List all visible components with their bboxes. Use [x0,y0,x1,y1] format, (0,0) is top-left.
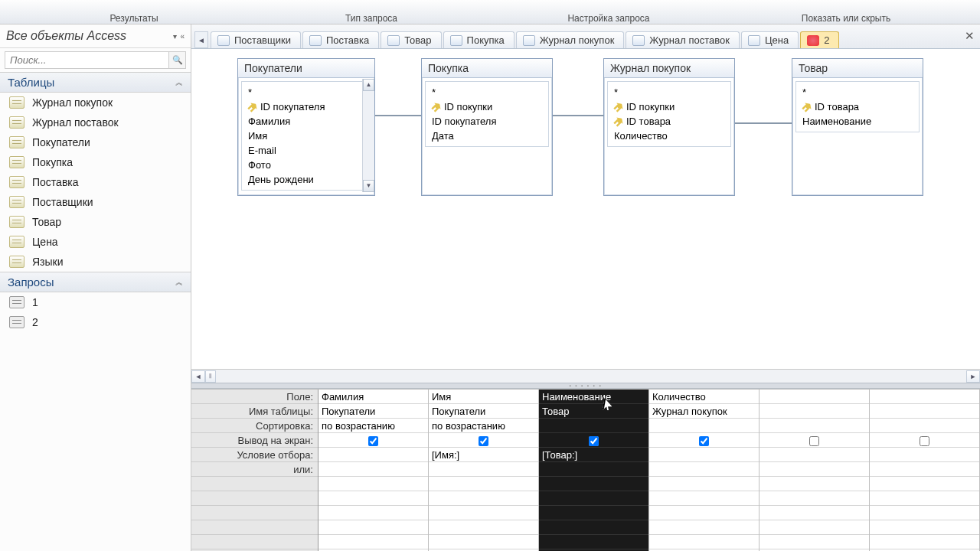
tab-Журнал поставок[interactable]: Журнал поставок [626,31,740,48]
tab-Цена[interactable]: Цена [741,31,799,48]
qbe-cell[interactable] [318,462,428,477]
qbe-cell[interactable] [870,433,979,448]
qbe-cell[interactable] [870,419,979,433]
qbe-column[interactable]: КоличествоЖурнал покупок [649,390,760,551]
qbe-cell[interactable]: Наименование [539,390,648,404]
table-title[interactable]: Покупка [422,59,552,78]
nav-section-Запросы[interactable]: Запросы︽ [0,272,191,292]
qbe-cell[interactable] [870,448,979,462]
table-Покупка[interactable]: Покупка*ID покупкиID покупателяДата [421,58,553,196]
field-*[interactable]: * [802,85,913,99]
qbe-cell[interactable] [429,433,538,448]
qbe-cell[interactable] [539,419,648,433]
qbe-cell[interactable] [870,404,979,419]
qbe-cell[interactable] [318,448,428,462]
table-title[interactable]: Товар [792,59,923,78]
scroll-down-icon[interactable]: ▼ [363,180,374,192]
nav-item-Покупка[interactable]: Покупка [0,152,191,172]
show-checkbox[interactable] [368,436,378,446]
field-Количество[interactable]: Количество [614,129,724,143]
nav-item-Цена[interactable]: Цена [0,232,191,252]
scroll-right-icon[interactable]: ► [966,370,980,383]
qbe-cell[interactable]: Имя [429,390,538,404]
field-Фамилия[interactable]: Фамилия [248,114,364,129]
qbe-column[interactable]: ФамилияПокупателипо возрастанию [318,390,429,551]
qbe-cell[interactable] [760,390,869,404]
qbe-cell[interactable] [870,462,979,477]
qbe-cell[interactable]: Количество [649,390,759,404]
nav-item-Журнал поставок[interactable]: Журнал поставок [0,112,191,132]
field-Имя[interactable]: Имя [248,129,364,143]
qbe-cell[interactable] [760,448,869,462]
nav-item-Журнал покупок[interactable]: Журнал покупок [0,93,191,112]
nav-item-Товар[interactable]: Товар [0,212,191,232]
qbe-column[interactable] [760,390,870,551]
table-scrollbar[interactable]: ▲▼ [362,79,374,192]
query-design-canvas[interactable]: Покупатели*ID покупателяФамилияИмяE-mail… [191,49,980,369]
qbe-cell[interactable] [649,448,759,462]
nav-item-Поставка[interactable]: Поставка [0,172,191,192]
scroll-up-icon[interactable]: ▲ [363,79,374,91]
qbe-cell[interactable] [760,433,869,448]
field-*[interactable]: * [248,85,364,99]
field-Фото[interactable]: Фото [248,158,364,172]
qbe-cell[interactable]: Товар [539,404,648,419]
nav-item-Языки[interactable]: Языки [0,252,191,272]
qbe-cell[interactable] [318,433,428,448]
field-ID товара[interactable]: ID товара [802,99,913,114]
nav-dropdown-icon[interactable]: ▾ [173,32,177,41]
show-checkbox[interactable] [699,436,709,446]
qbe-cell[interactable]: [Товар:] [539,448,648,462]
field-День рождени[interactable]: День рождени [248,172,364,187]
qbe-cell[interactable] [760,404,869,419]
canvas-hscroll[interactable]: ◄ ⦀ ► [191,369,980,383]
search-input[interactable] [5,51,169,69]
table-Товар[interactable]: Товар*ID товараНаименование [792,58,923,196]
pane-splitter[interactable]: ▪ ▪ ▪ ▪ ▪ ▪ [191,383,980,389]
field-ID товара[interactable]: ID товара [614,114,724,129]
qbe-cell[interactable] [649,419,759,433]
qbe-cell[interactable]: Покупатели [429,404,538,419]
table-Покупатели[interactable]: Покупатели*ID покупателяФамилияИмяE-mail… [237,58,375,196]
field-ID покупки[interactable]: ID покупки [614,99,724,114]
qbe-cell[interactable]: Журнал покупок [649,404,759,419]
tab-Журнал покупок[interactable]: Журнал покупок [516,31,625,48]
qbe-cell[interactable] [649,462,759,477]
qbe-cell[interactable] [539,462,648,477]
field-*[interactable]: * [432,85,542,99]
table-title[interactable]: Журнал покупок [604,59,734,78]
show-checkbox[interactable] [479,436,488,446]
nav-collapse-icon[interactable]: « [180,32,185,41]
table-Журнал покупок[interactable]: Журнал покупок*ID покупкиID товараКоличе… [603,58,735,196]
qbe-cell[interactable] [429,462,538,477]
nav-item-Поставщики[interactable]: Поставщики [0,192,191,212]
field-ID покупателя[interactable]: ID покупателя [248,99,364,114]
qbe-cell[interactable] [870,390,979,404]
qbe-column[interactable] [870,390,980,551]
nav-header[interactable]: Все объекты Access ▾ « [0,24,191,48]
nav-item-1[interactable]: 1 [0,292,191,312]
tab-Покупка[interactable]: Покупка [443,31,514,48]
qbe-cell[interactable]: Фамилия [318,390,428,404]
tab-scroll-left[interactable]: ◄ [194,31,208,48]
qbe-grid[interactable]: Поле:Имя таблицы:Сортировка:Вывод на экр… [191,389,980,551]
nav-item-2[interactable]: 2 [0,312,191,332]
show-checkbox[interactable] [589,436,599,446]
qbe-column[interactable]: НаименованиеТовар[Товар:] [539,390,649,551]
show-checkbox[interactable] [920,436,929,446]
search-icon[interactable]: 🔍 [169,51,186,69]
field-E-mail[interactable]: E-mail [248,143,364,158]
qbe-column[interactable]: ИмяПокупателипо возрастанию[Имя:] [429,390,539,551]
qbe-cell[interactable]: по возрастанию [318,419,428,433]
nav-item-Покупатели[interactable]: Покупатели [0,132,191,152]
show-checkbox[interactable] [809,436,819,446]
scroll-grip-icon[interactable]: ⦀ [205,370,216,383]
scroll-left-icon[interactable]: ◄ [191,370,205,383]
qbe-cell[interactable]: [Имя:] [429,448,538,462]
tab-Поставщики[interactable]: Поставщики [211,31,301,48]
qbe-cell[interactable]: Покупатели [318,404,428,419]
field-Наименование[interactable]: Наименование [802,114,913,129]
qbe-cell[interactable] [649,433,759,448]
nav-section-Таблицы[interactable]: Таблицы︽ [0,72,191,93]
tab-Товар[interactable]: Товар [381,31,441,48]
